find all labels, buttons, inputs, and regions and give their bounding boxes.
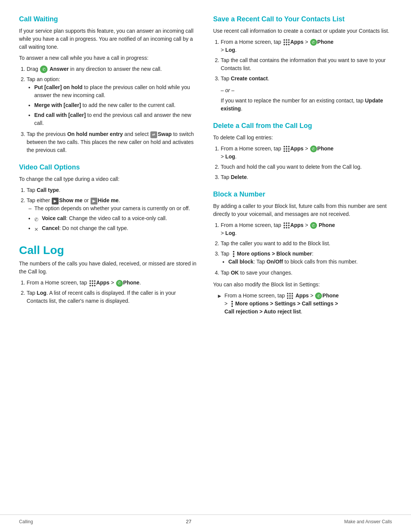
- phone-icon-5: ✆: [315, 292, 322, 299]
- delete-step-2: Touch and hold the call you want to dele…: [221, 163, 392, 171]
- apps-grid-icon-2: [284, 39, 290, 45]
- call-waiting-to-answer: To answer a new call while you have a ca…: [19, 54, 198, 62]
- right-column: Save a Recent Call to Your Contacts List…: [213, 15, 392, 325]
- left-column: Call Waiting If your service plan suppor…: [19, 15, 198, 325]
- main-columns: Call Waiting If your service plan suppor…: [19, 15, 392, 325]
- call-log-section: Call Log The numbers of the calls you ha…: [19, 244, 198, 305]
- apps-grid-icon: [89, 280, 96, 286]
- call-waiting-intro: If your service plan supports this featu…: [19, 27, 198, 51]
- call-log-steps: From a Home screen, tap Apps > ✆Phone. T…: [27, 279, 198, 305]
- video-call-options-title: Video Call Options: [19, 163, 198, 171]
- hide-me-icon: ▶: [91, 198, 97, 204]
- save-replace-text: If you want to replace the number for an…: [221, 97, 392, 113]
- save-step-2: Tap the call that contains the informati…: [221, 56, 392, 72]
- call-waiting-section: Call Waiting If your service plan suppor…: [19, 15, 198, 154]
- phone-icon-4: ✆: [310, 222, 317, 229]
- phone-icon-3: ✆: [310, 145, 317, 152]
- block-number-title: Block a Number: [213, 190, 392, 198]
- save-recent-call-title: Save a Recent Call to Your Contacts List: [213, 15, 392, 23]
- voicecall-icon: ✆: [34, 216, 40, 222]
- footer-left: Calling: [19, 519, 33, 524]
- delete-call-title: Delete a Call from the Call Log: [213, 122, 392, 130]
- save-step-1: From a Home screen, tap Apps > ✆Phone > …: [221, 38, 392, 54]
- video-call-intro: To change the call type during a video c…: [19, 175, 198, 183]
- block-number-steps: From a Home screen, tap Apps > ✆ Phone >…: [221, 221, 392, 277]
- block-step-1: From a Home screen, tap Apps > ✆ Phone >…: [221, 221, 392, 237]
- call-waiting-steps: Drag ✆ Answer in any direction to answer…: [27, 65, 198, 154]
- call-log-step-1: From a Home screen, tap Apps > ✆Phone.: [27, 279, 198, 287]
- arrow-right-icon: ►: [217, 292, 222, 316]
- save-or-text: – or –: [221, 86, 392, 94]
- block-also-content: From a Home screen, tap Apps > ✆Phone > …: [225, 292, 339, 316]
- more-options-icon-2: [229, 300, 235, 307]
- call-log-intro: The numbers of the calls you have dialed…: [19, 260, 198, 276]
- footer-page-number: 27: [186, 519, 191, 524]
- block-step-4: Tap OK to save your changes.: [221, 269, 392, 277]
- delete-call-steps: From a Home screen, tap Apps > ✆Phone > …: [221, 145, 392, 181]
- block-number-section: Block a Number By adding a caller to you…: [213, 190, 392, 316]
- video-call-steps: Tap Call type. Tap either ▶Show me or ▶H…: [27, 186, 198, 232]
- video-call-options-section: Video Call Options To change the call ty…: [19, 163, 198, 232]
- swap-icon: ⇄: [150, 131, 157, 138]
- option-put-on-hold: Put [caller] on hold to place the previo…: [34, 83, 198, 99]
- delete-step-3: Tap Delete.: [221, 173, 392, 181]
- call-waiting-step-2: Tap an option: Put [caller] on hold to p…: [27, 75, 198, 127]
- call-waiting-step-1: Drag ✆ Answer in any direction to answer…: [27, 65, 198, 73]
- footer-right: Make and Answer Calls: [344, 519, 392, 524]
- option-end-call: End call with [caller] to end the previo…: [34, 111, 198, 127]
- video-sub-dash: – The option depends on whether your cam…: [29, 204, 198, 212]
- call-waiting-title: Call Waiting: [19, 15, 198, 23]
- phone-icon-2: ✆: [310, 39, 317, 46]
- save-recent-call-section: Save a Recent Call to Your Contacts List…: [213, 15, 392, 113]
- call-waiting-options: Put [caller] on hold to place the previo…: [34, 83, 198, 127]
- delete-call-intro: To delete Call log entries:: [213, 134, 392, 142]
- call-block-option: Call block: Tap On/Off to block calls fr…: [228, 258, 392, 266]
- option-merge: Merge with [caller] to add the new calle…: [34, 101, 198, 109]
- save-if-replace: If you want to replace the number for an…: [221, 97, 392, 113]
- phone-icon: ✆: [116, 280, 123, 287]
- call-log-step-2: Tap Log. A list of recent calls is displ…: [27, 289, 198, 305]
- cancel-icon: ✕: [34, 226, 40, 232]
- answer-icon: ✆: [40, 66, 48, 73]
- voice-call-option: ✆ Voice call: Change the video call to a…: [34, 214, 198, 222]
- save-recent-call-intro: Use recent call information to create a …: [213, 27, 392, 35]
- cancel-option: ✕ Cancel: Do not change the call type.: [34, 224, 198, 232]
- video-sub-options: – The option depends on whether your cam…: [34, 204, 198, 232]
- block-also-text: You can also modify the Block list in Se…: [213, 281, 392, 289]
- page-footer: Calling 27 Make and Answer Calls: [0, 514, 411, 524]
- show-me-icon: ▶: [52, 198, 59, 204]
- save-step-3: Tap Create contact.: [221, 75, 392, 83]
- block-step-2: Tap the caller you want to add to the Bl…: [221, 240, 392, 248]
- delete-step-1: From a Home screen, tap Apps > ✆Phone > …: [221, 145, 392, 161]
- video-step-2: Tap either ▶Show me or ▶Hide me. – The o…: [27, 197, 198, 232]
- video-step-1: Tap Call type.: [27, 186, 198, 194]
- save-recent-call-steps: From a Home screen, tap Apps > ✆Phone > …: [221, 38, 392, 83]
- apps-grid-icon-4: [284, 222, 290, 228]
- apps-grid-icon-5: [287, 293, 293, 299]
- more-options-icon: [231, 251, 236, 257]
- block-step-3: Tap More options > Block number: Call bl…: [221, 250, 392, 266]
- delete-call-section: Delete a Call from the Call Log To delet…: [213, 122, 392, 181]
- apps-grid-icon-3: [284, 146, 290, 152]
- call-log-title: Call Log: [19, 244, 198, 257]
- block-number-intro: By adding a caller to your Block list, f…: [213, 202, 392, 218]
- block-sub-options: Call block: Tap On/Off to block calls fr…: [228, 258, 392, 266]
- block-also-bullet: ► From a Home screen, tap Apps > ✆Phone …: [217, 292, 392, 316]
- call-waiting-step-3: Tap the previous On hold number entry an…: [27, 130, 198, 154]
- page: Call Waiting If your service plan suppor…: [0, 0, 411, 348]
